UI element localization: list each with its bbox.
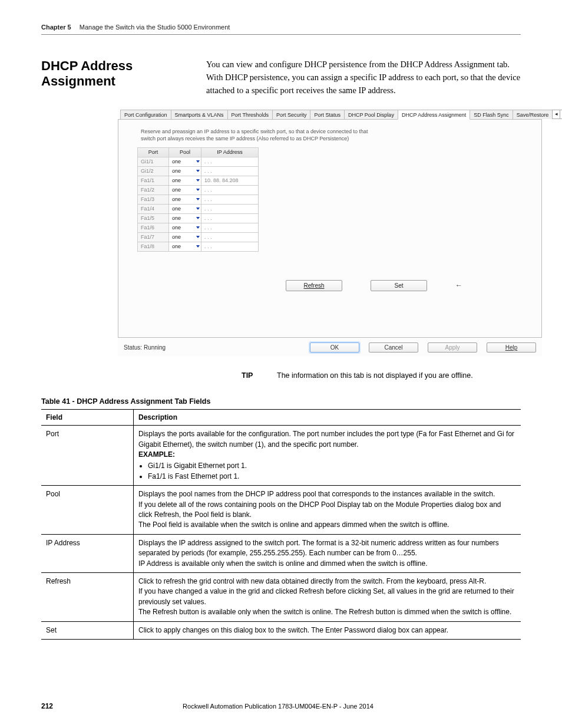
- pool-cell[interactable]: one: [169, 223, 201, 232]
- tab-dhcp-address-assignment[interactable]: DHCP Address Assignment: [398, 110, 470, 120]
- tab-port-configuration[interactable]: Port Configuration: [120, 110, 171, 119]
- ip-cell[interactable]: . . .: [201, 166, 259, 176]
- status-label: Status: Running: [124, 344, 166, 351]
- field-name: IP Address: [41, 534, 134, 572]
- table-row[interactable]: Fa1/3one. . .: [138, 195, 259, 204]
- dhcp-port-table[interactable]: Port Pool IP Address Gi1/1one. . .Gi1/2o…: [137, 147, 259, 252]
- pool-cell[interactable]: one: [169, 176, 201, 185]
- port-cell: Fa1/7: [138, 232, 169, 242]
- ip-cell[interactable]: . . .: [201, 195, 259, 204]
- table-row[interactable]: Fa1/5one. . .: [138, 213, 259, 223]
- tip-label: TIP: [242, 371, 265, 380]
- field-description: Displays the pool names from the DHCP IP…: [134, 486, 521, 535]
- ip-cell[interactable]: . . .: [201, 213, 259, 223]
- dhcp-port-table-body[interactable]: Gi1/1one. . .Gi1/2one. . .Fa1/1one10. 88…: [138, 157, 259, 251]
- table-row[interactable]: Fa1/8one. . .: [138, 242, 259, 251]
- field-name: Pool: [41, 486, 134, 535]
- fields-row: RefreshClick to refresh the grid control…: [41, 572, 521, 621]
- field-description: Displays the IP address assigned to the …: [134, 534, 521, 572]
- col-header-ip: IP Address: [201, 147, 259, 157]
- pool-cell[interactable]: one: [169, 204, 201, 213]
- pool-cell[interactable]: one: [169, 185, 201, 195]
- field-name: Port: [41, 426, 134, 486]
- tab-dhcp-pool-display[interactable]: DHCP Pool Display: [344, 110, 398, 119]
- running-header: Chapter 5 Manage the Switch via the Stud…: [41, 24, 521, 35]
- set-button[interactable]: Set: [371, 280, 427, 291]
- fields-table: Field Description PortDisplays the ports…: [41, 409, 521, 640]
- help-button[interactable]: Help: [487, 342, 536, 353]
- pool-cell[interactable]: one: [169, 213, 201, 223]
- fields-row: IP AddressDisplays the IP address assign…: [41, 534, 521, 572]
- field-description: Click to apply changes on this dialog bo…: [134, 621, 521, 639]
- tip-text: The information on this tab is not displ…: [277, 371, 521, 380]
- page-number: 212: [41, 702, 53, 710]
- fields-row: SetClick to apply changes on this dialog…: [41, 621, 521, 639]
- port-cell: Fa1/3: [138, 195, 169, 204]
- tab-save-restore[interactable]: Save/Restore: [513, 110, 553, 119]
- port-cell: Fa1/1: [138, 176, 169, 185]
- tab-port-security[interactable]: Port Security: [272, 110, 311, 119]
- ip-cell[interactable]: . . .: [201, 232, 259, 242]
- ip-cell[interactable]: . . .: [201, 204, 259, 213]
- ip-cell[interactable]: . . .: [201, 223, 259, 232]
- pool-cell[interactable]: one: [169, 157, 201, 166]
- port-cell: Gi1/1: [138, 157, 169, 166]
- port-cell: Fa1/2: [138, 185, 169, 195]
- fields-table-caption: Table 41 - DHCP Address Assignment Tab F…: [41, 397, 521, 406]
- cancel-button[interactable]: Cancel: [369, 342, 418, 353]
- port-cell: Gi1/2: [138, 166, 169, 176]
- port-cell: Fa1/8: [138, 242, 169, 251]
- pool-cell[interactable]: one: [169, 232, 201, 242]
- table-row[interactable]: Gi1/1one. . .: [138, 157, 259, 166]
- section-intro: You can view and configure DHCP persiste…: [206, 58, 521, 97]
- port-cell: Fa1/5: [138, 213, 169, 223]
- tab-sd-flash-sync[interactable]: SD Flash Sync: [470, 110, 513, 119]
- back-arrow-icon[interactable]: ←: [455, 281, 462, 289]
- tab-bar: Port ConfigurationSmartports & VLANsPort…: [118, 107, 542, 120]
- tab-smartports-vlans[interactable]: Smartports & VLANs: [171, 110, 228, 119]
- ip-cell[interactable]: . . .: [201, 157, 259, 166]
- ip-cell[interactable]: . . .: [201, 242, 259, 251]
- field-description: Displays the ports available for the con…: [134, 426, 521, 486]
- fields-header-field: Field: [41, 410, 134, 426]
- pool-cell[interactable]: one: [169, 195, 201, 204]
- col-header-pool: Pool: [169, 147, 201, 157]
- publication-line: Rockwell Automation Publication 1783-UM0…: [53, 703, 503, 710]
- fields-header-desc: Description: [134, 410, 521, 426]
- pool-cell[interactable]: one: [169, 242, 201, 251]
- field-description: Click to refresh the grid control with n…: [134, 572, 521, 621]
- chapter-label: Chapter 5: [41, 24, 71, 31]
- apply-button[interactable]: Apply: [428, 342, 477, 353]
- fields-row: PoolDisplays the pool names from the DHC…: [41, 486, 521, 535]
- pool-cell[interactable]: one: [169, 166, 201, 176]
- tab-blurb: Reserve and preassign an IP address to a…: [141, 128, 376, 142]
- refresh-button[interactable]: Refresh: [286, 280, 342, 291]
- tab-scroll-buttons[interactable]: ◂ ▸: [552, 110, 562, 119]
- field-name: Set: [41, 621, 134, 639]
- tab-port-thresholds[interactable]: Port Thresholds: [227, 110, 273, 119]
- section-heading: DHCP Address Assignment: [41, 58, 194, 90]
- table-row[interactable]: Fa1/2one. . .: [138, 185, 259, 195]
- table-row[interactable]: Fa1/6one. . .: [138, 223, 259, 232]
- ok-button[interactable]: OK: [310, 342, 359, 353]
- table-row[interactable]: Fa1/1one10. 88. 84.208: [138, 176, 259, 185]
- tab-port-status[interactable]: Port Status: [310, 110, 345, 119]
- ip-cell[interactable]: 10. 88. 84.208: [201, 176, 259, 185]
- tab-scroll-left-icon[interactable]: ◂: [553, 110, 560, 118]
- dhcp-address-assignment-screenshot: Port ConfigurationSmartports & VLANsPort…: [118, 107, 542, 356]
- tab-scroll-right-icon[interactable]: ▸: [560, 110, 562, 118]
- chapter-title: Manage the Switch via the Studio 5000 En…: [80, 24, 230, 31]
- fields-row: PortDisplays the ports available for the…: [41, 426, 521, 486]
- field-name: Refresh: [41, 572, 134, 621]
- col-header-port: Port: [138, 147, 169, 157]
- port-cell: Fa1/4: [138, 204, 169, 213]
- table-row[interactable]: Gi1/2one. . .: [138, 166, 259, 176]
- table-row[interactable]: Fa1/7one. . .: [138, 232, 259, 242]
- fields-table-body: PortDisplays the ports available for the…: [41, 426, 521, 640]
- table-row[interactable]: Fa1/4one. . .: [138, 204, 259, 213]
- ip-cell[interactable]: . . .: [201, 185, 259, 195]
- port-cell: Fa1/6: [138, 223, 169, 232]
